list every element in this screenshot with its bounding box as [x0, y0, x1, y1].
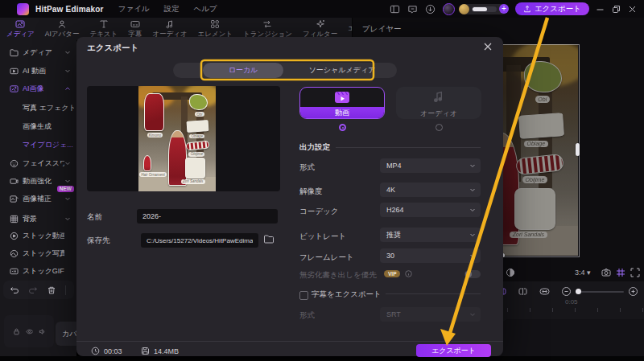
subtitle-export-checkbox[interactable] — [299, 291, 308, 300]
layout-panel-icon[interactable] — [390, 4, 400, 14]
menu-settings[interactable]: 設定 — [164, 4, 180, 14]
zori-sandals-sticker — [185, 158, 205, 178]
framerate-dropdown[interactable]: 30 — [380, 248, 481, 263]
toolbar-separator — [65, 285, 66, 295]
left-sidebar: メディア AI 動画 AI画像 写真 エフェクト 画像生成 マイプロジェ... … — [0, 40, 76, 356]
menu-file[interactable]: ファイル — [118, 4, 150, 14]
sidebar-item-stock-video[interactable]: ストック動画 — [0, 228, 76, 244]
selection-handle-right[interactable] — [576, 143, 580, 156]
dialog-export-button[interactable]: エクスポート — [416, 344, 491, 357]
app-name: HitPaw Edimakor — [35, 5, 104, 14]
sidebar-item-ai-image[interactable]: AI画像 — [0, 80, 76, 96]
tab-ai-avatar[interactable]: AIアバター — [45, 19, 80, 39]
speaker-icon[interactable] — [39, 328, 46, 335]
sidebar-item-ai-video[interactable]: AI 動画 — [0, 63, 76, 79]
split-icon[interactable] — [518, 286, 528, 297]
resolution-label: 解像度 — [299, 187, 323, 197]
codec-dropdown[interactable]: H264 — [380, 203, 481, 217]
format-dropdown[interactable]: MP4 — [380, 158, 481, 173]
info-icon[interactable] — [405, 270, 412, 277]
zori-sandals-sticker-label: Zori Sandals — [181, 179, 205, 184]
bitrate-dropdown[interactable]: 推奨 — [380, 228, 481, 242]
media-type-video-card[interactable]: 動画 — [299, 87, 385, 119]
ruler-tick — [507, 308, 508, 312]
tab-social-media[interactable]: ソーシャルメディア — [294, 63, 390, 78]
name-input[interactable] — [137, 209, 278, 224]
lossless-toggle[interactable] — [464, 270, 481, 278]
zoom-out-icon[interactable] — [561, 286, 572, 297]
tab-media[interactable]: メディア — [6, 19, 35, 39]
restore-icon[interactable] — [612, 5, 621, 14]
new-badge: NEW — [57, 186, 74, 192]
grid-icon[interactable] — [616, 268, 625, 277]
video-radio[interactable] — [339, 124, 346, 131]
sidebar-item-media[interactable]: メディア — [0, 44, 76, 60]
ruler-tick — [620, 308, 621, 312]
menu-help[interactable]: ヘルプ — [194, 4, 217, 14]
add-credits-icon[interactable]: + — [499, 4, 509, 14]
download-icon[interactable] — [425, 4, 436, 14]
transitions-icon — [262, 19, 272, 29]
browse-folder-icon[interactable] — [263, 233, 275, 244]
sidebar-item-photo-effect[interactable]: 写真 エフェクト — [0, 100, 76, 116]
chevron-up-icon — [64, 85, 71, 92]
chevron-down-icon — [469, 252, 476, 259]
face-swap-icon — [10, 159, 19, 168]
zoom-in-icon[interactable] — [628, 286, 638, 297]
chevron-down-icon — [469, 207, 476, 213]
tab-text[interactable]: テキスト — [89, 19, 118, 39]
obijime-sticker-label: Obijime — [188, 152, 204, 157]
tab-transitions[interactable]: トランジション — [243, 19, 292, 39]
trash-icon[interactable] — [47, 285, 56, 295]
path-input[interactable] — [141, 233, 258, 248]
sidebar-item-image-correction[interactable]: 画像補正 NEW — [0, 191, 76, 207]
tab-filter[interactable]: フィルター — [303, 19, 337, 39]
sidebar-item-stock-gif[interactable]: ストックGIF — [0, 263, 76, 279]
timeline-track-area[interactable] — [501, 319, 644, 356]
dialog-close-icon[interactable] — [483, 42, 493, 51]
audio-radio[interactable] — [436, 124, 443, 131]
resolution-dropdown[interactable]: 4K — [380, 183, 481, 197]
sidebar-item-stock-photo[interactable]: ストック写真 — [0, 245, 76, 261]
dialog-title: エクスポート — [87, 43, 138, 54]
snapshot-camera-icon[interactable] — [601, 268, 611, 277]
tab-local[interactable]: ローカル — [203, 63, 283, 78]
lock-icon[interactable] — [13, 328, 20, 335]
sidebar-item-my-projects[interactable]: マイプロジェ... — [0, 137, 76, 153]
ruler-timecode: 0:05 — [565, 298, 578, 306]
subtitle-export-label: 字幕をエクスポート — [312, 289, 382, 300]
user-avatar[interactable] — [443, 3, 455, 15]
timeline-zoom-knob[interactable] — [576, 289, 581, 294]
subtitle-format-dropdown[interactable]: SRT — [380, 307, 481, 322]
media-type-audio-card[interactable]: オーディオ — [396, 87, 481, 119]
titlebar-export-button[interactable]: エクスポート — [515, 2, 589, 15]
sidebar-item-face-swap[interactable]: フェイススワ... — [0, 155, 76, 171]
undo-icon[interactable] — [10, 285, 19, 295]
tab-audio[interactable]: オーディオ — [152, 19, 187, 39]
feedback-icon[interactable] — [407, 4, 418, 14]
hair-ornament-sticker-label: Hair Ornament — [139, 172, 167, 177]
aspect-ratio-selector[interactable]: 3:4 ▾ — [575, 269, 591, 277]
timeline-zoom-slider[interactable] — [576, 291, 624, 293]
chevron-down-icon — [469, 187, 476, 193]
ruler-tick — [530, 308, 530, 312]
export-destination-tabs: ローカル ソーシャルメディア — [173, 63, 397, 78]
redo-icon[interactable] — [28, 285, 38, 295]
contrast-icon[interactable] — [506, 268, 515, 277]
eye-icon[interactable] — [26, 328, 33, 335]
minimize-icon[interactable] — [596, 5, 605, 14]
export-preview-thumbnail: Kimono Obi Obiage Obijime Hair Ornament … — [138, 86, 216, 191]
fullscreen-icon[interactable] — [630, 268, 640, 277]
obi-sticker — [189, 94, 208, 110]
fit-timeline-icon[interactable] — [539, 286, 550, 297]
tab-elements[interactable]: エレメント — [198, 19, 233, 39]
ruler-tick — [642, 308, 643, 312]
tab-subtitle[interactable]: 字幕 — [128, 19, 142, 39]
close-icon[interactable] — [628, 5, 637, 14]
stock-video-icon — [10, 232, 19, 240]
subtitle-divider — [386, 293, 481, 294]
credits-meter[interactable]: + — [460, 4, 508, 14]
sidebar-item-background[interactable]: 背景 — [0, 211, 76, 227]
app-logo-icon — [17, 3, 29, 15]
sidebar-item-image-generation[interactable]: 画像生成 — [0, 118, 76, 134]
